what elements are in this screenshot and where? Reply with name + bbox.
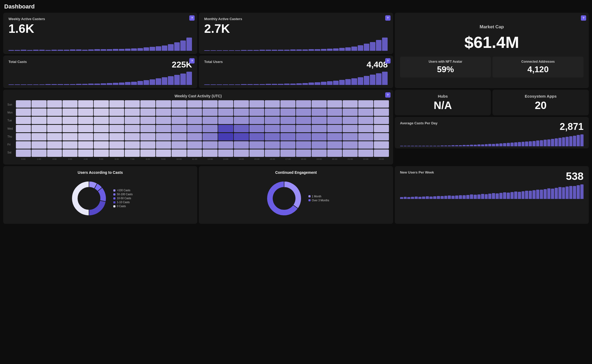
hubs-label: Hubs [438, 94, 448, 98]
users-by-casts-title: Users According to Casts [7, 170, 193, 175]
heatmap-help-icon[interactable]: ? [385, 92, 391, 98]
hubs-eco-section: Hubs N/A Ecosystem Apps 20 Average Casts… [395, 90, 589, 165]
heatmap-title: Weekly Cast Activity (UTC) [7, 94, 389, 98]
avg-casts-value: 2,871 [560, 121, 584, 132]
monthly-active-casters-value: 2.7K [204, 22, 388, 35]
monthly-active-casters-chart [204, 38, 388, 51]
continued-engagement-title: Continued Engagement [203, 170, 389, 175]
nft-avatar-value: 59% [403, 65, 488, 74]
new-users-label: New Users Per Week [400, 170, 434, 174]
total-casts-label: Total Casts [8, 60, 27, 64]
hubs-value: N/A [434, 99, 452, 111]
avg-casts-card: Average Casts Per Day 2,871 [395, 117, 589, 148]
connected-addresses-value: 4,120 [496, 65, 580, 74]
new-users-card: New Users Per Week 538 [395, 166, 589, 224]
monthly-active-casters-label: Monthly Active Casters [204, 17, 388, 21]
total-casts-help-icon[interactable]: ? [189, 58, 195, 63]
nft-avatar-label: Users with NFT Avatar [403, 60, 488, 63]
hubs-card: Hubs N/A [395, 90, 491, 115]
page-title: Dashboard [3, 3, 589, 10]
ecosystem-apps-card: Ecosystem Apps 20 [492, 90, 589, 115]
total-users-label: Total Users [204, 60, 223, 64]
weekly-active-casters-card: ? Weekly Active Casters 1.6K [3, 13, 197, 54]
total-casts-chart [8, 72, 192, 85]
weekly-active-help-icon[interactable]: ? [189, 15, 195, 21]
continued-engagement-card: Continued Engagement 1 MonthOver 3 Month… [199, 166, 393, 224]
new-users-value: 538 [566, 170, 584, 182]
total-casts-value: 225K [172, 60, 192, 70]
market-cap-help-icon[interactable]: ? [581, 15, 586, 21]
ecosystem-apps-value: 20 [535, 99, 547, 111]
weekly-active-casters-value: 1.6K [8, 22, 192, 35]
users-by-casts-card: Users According to Casts >100 Casts50-10… [3, 166, 197, 224]
continued-engagement-donut [263, 177, 305, 220]
monthly-active-casters-card: ? Monthly Active Casters 2.7K [199, 13, 393, 54]
total-users-card: ? Total Users 4,408 [199, 56, 393, 88]
users-by-casts-donut [68, 177, 110, 220]
connected-addresses-label: Connected Addresses [496, 60, 580, 63]
market-cap-value: $61.4M [464, 33, 519, 51]
total-casts-card: ? Total Casts 225K [3, 56, 197, 88]
total-users-value: 4,408 [367, 60, 388, 70]
weekly-active-casters-chart [8, 38, 192, 51]
weekly-active-casters-label: Weekly Active Casters [8, 17, 192, 21]
avg-casts-label: Average Casts Per Day [400, 121, 438, 125]
heatmap-card: ? Weekly Cast Activity (UTC) SunMonTueWe… [3, 90, 393, 165]
monthly-active-help-icon[interactable]: ? [385, 15, 391, 21]
market-cap-label: Market Cap [480, 24, 504, 30]
total-users-chart [204, 72, 388, 85]
total-users-help-icon[interactable]: ? [385, 58, 391, 63]
ecosystem-apps-label: Ecosystem Apps [525, 94, 557, 98]
market-cap-card: ? Market Cap $61.4M Users with NFT Avata… [395, 13, 589, 88]
